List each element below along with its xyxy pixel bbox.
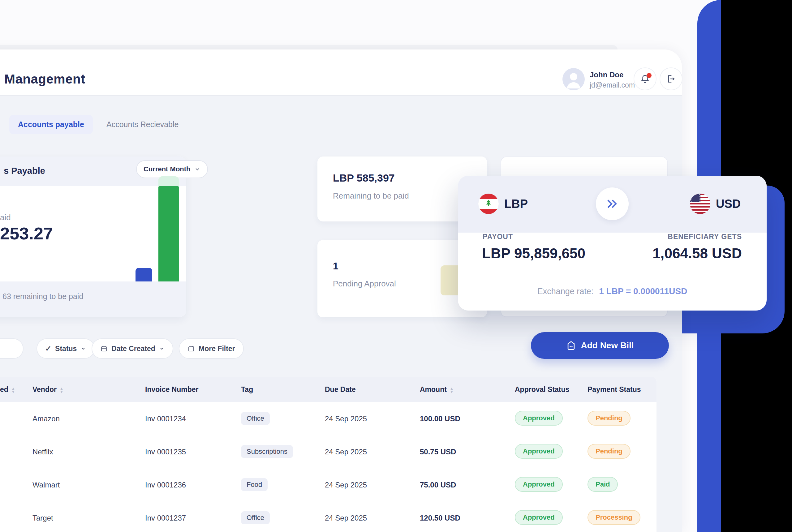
date-created-filter-label: Date Created xyxy=(111,345,155,353)
more-filter-label: More Filter xyxy=(199,345,235,353)
bills-table: ed▲▼ Vendor▲▼ Invoice Number Tag Due Dat… xyxy=(0,377,657,532)
header-vertical-divider xyxy=(629,72,629,89)
table-row[interactable]: Amazon Inv 0001234 Office 24 Sep 2025 10… xyxy=(0,402,657,436)
date-created-filter[interactable]: Date Created xyxy=(92,338,173,359)
chevron-down-icon xyxy=(159,346,165,352)
column-amount[interactable]: Amount▲▼ xyxy=(420,377,454,402)
amount-cell: 50.75 USD xyxy=(420,435,456,468)
column-due-date: Due Date xyxy=(325,377,356,402)
user-name: John Doe xyxy=(590,71,623,79)
double-chevron-right-icon xyxy=(605,196,620,211)
user-email: jd@email.com xyxy=(590,81,635,89)
table-row[interactable]: Walmart Inv 0001236 Food 24 Sep 2025 75.… xyxy=(0,468,657,502)
tab-accounts-payable[interactable]: Accounts payable xyxy=(9,115,93,134)
payout-value: LBP 95,859,650 xyxy=(482,245,585,262)
approval-status-badge: Approved xyxy=(515,444,563,459)
paid-amount-fragment: 253.27 xyxy=(0,223,53,243)
page-title: Management xyxy=(4,72,86,87)
invoice-cell: Inv 0001234 xyxy=(145,402,186,435)
exchange-rate-label: Exchange rate: xyxy=(538,287,594,296)
amount-cell: 100.00 USD xyxy=(420,402,460,435)
due-date-cell: 24 Sep 2025 xyxy=(325,468,367,501)
table-header-row: ed▲▼ Vendor▲▼ Invoice Number Tag Due Dat… xyxy=(0,377,657,402)
logout-icon xyxy=(666,74,676,84)
usa-flag-icon xyxy=(690,194,710,214)
chart-bar-green xyxy=(158,186,179,282)
payment-status-badge: Pending xyxy=(587,444,630,459)
tag-badge: Subscriptions xyxy=(241,445,293,458)
beneficiary-gets-label: BENEFICIARY GETS xyxy=(667,233,742,241)
column-invoice-number: Invoice Number xyxy=(145,377,199,402)
calendar-icon xyxy=(100,345,108,352)
due-date-cell: 24 Sep 2025 xyxy=(325,402,367,435)
notification-dot xyxy=(646,73,652,78)
remaining-label: Remaining to be paid xyxy=(333,191,409,201)
pending-approval-label: Pending Approval xyxy=(333,279,396,289)
search-input[interactable] xyxy=(0,338,23,359)
table-row[interactable]: Netflix Inv 0001235 Subscriptions 24 Sep… xyxy=(0,435,657,469)
column-approval-status: Approval Status xyxy=(515,377,569,402)
status-filter-label: Status xyxy=(55,345,77,353)
invoice-cell: Inv 0001235 xyxy=(145,435,186,468)
paid-label-fragment: aid xyxy=(0,213,11,222)
calendar-icon xyxy=(188,345,195,352)
tag-badge: Office xyxy=(241,412,270,425)
beneficiary-gets-value: 1,064.58 USD xyxy=(653,245,742,262)
person-icon xyxy=(563,68,585,90)
amount-cell: 75.00 USD xyxy=(420,468,456,501)
status-filter[interactable]: ✓ Status xyxy=(37,338,95,359)
lebanon-flag-icon xyxy=(478,194,499,214)
notifications-button[interactable] xyxy=(634,68,657,90)
logout-button[interactable] xyxy=(660,68,682,90)
exchange-rate-row: Exchange rate: 1 LBP = 0.000011USD xyxy=(458,286,767,296)
column-payment-status: Payment Status xyxy=(587,377,641,402)
tag-badge: Food xyxy=(241,478,268,491)
accounts-payable-card-title: s Payable xyxy=(4,166,45,176)
invoice-cell: Inv 0001236 xyxy=(145,468,186,501)
to-currency-code[interactable]: USD xyxy=(716,197,741,211)
more-filter[interactable]: More Filter xyxy=(179,338,244,359)
invoice-cell: Inv 0001237 xyxy=(145,501,186,532)
sort-icon[interactable]: ▲▼ xyxy=(12,387,15,394)
chart-bar-blue xyxy=(135,268,152,282)
tab-accounts-receivable[interactable]: Accounts Recievable xyxy=(107,120,178,129)
sort-icon[interactable]: ▲▼ xyxy=(60,387,63,394)
avatar[interactable] xyxy=(563,68,585,90)
payment-status-badge: Paid xyxy=(587,477,618,492)
swap-currencies-button[interactable] xyxy=(596,187,629,220)
vendor-cell: Netflix xyxy=(33,435,53,468)
vendor-cell: Amazon xyxy=(33,402,60,435)
vendor-cell: Target xyxy=(33,501,53,532)
column-date-created[interactable]: ed▲▼ xyxy=(0,377,15,402)
amount-cell: 120.50 USD xyxy=(420,501,460,532)
payout-label: PAYOUT xyxy=(483,233,513,241)
remaining-to-pay-text: 63 remaining to be paid xyxy=(2,292,83,301)
remaining-value: LBP 585,397 xyxy=(333,172,395,184)
check-icon: ✓ xyxy=(45,344,51,353)
approval-status-badge: Approved xyxy=(515,510,563,525)
header-divider xyxy=(0,95,682,96)
due-date-cell: 24 Sep 2025 xyxy=(325,435,367,468)
period-dropdown[interactable]: Current Month xyxy=(136,160,208,178)
chevron-down-icon xyxy=(80,346,86,352)
tag-badge: Office xyxy=(241,511,270,524)
bag-icon xyxy=(566,340,577,351)
vendor-cell: Walmart xyxy=(33,468,60,501)
cedar-tree-icon xyxy=(484,199,493,208)
period-dropdown-label: Current Month xyxy=(144,165,191,173)
pending-approval-count: 1 xyxy=(333,261,338,272)
sort-icon[interactable]: ▲▼ xyxy=(450,387,454,394)
due-date-cell: 24 Sep 2025 xyxy=(325,501,367,532)
payment-status-badge: Pending xyxy=(587,411,630,425)
add-new-bill-button[interactable]: Add New Bill xyxy=(531,332,669,359)
column-vendor[interactable]: Vendor▲▼ xyxy=(33,377,63,402)
chevron-down-icon xyxy=(194,166,201,172)
exchange-rate-value: 1 LBP = 0.000011USD xyxy=(599,286,687,296)
table-row[interactable]: Target Inv 0001237 Office 24 Sep 2025 12… xyxy=(0,501,657,532)
from-currency-code[interactable]: LBP xyxy=(504,197,528,211)
payment-status-badge: Processing xyxy=(587,510,640,525)
approval-status-badge: Approved xyxy=(515,477,563,492)
approval-status-badge: Approved xyxy=(515,411,563,425)
screenshot-stage: Management John Doe jd@email.com Account… xyxy=(0,0,792,532)
column-tag: Tag xyxy=(241,377,253,402)
